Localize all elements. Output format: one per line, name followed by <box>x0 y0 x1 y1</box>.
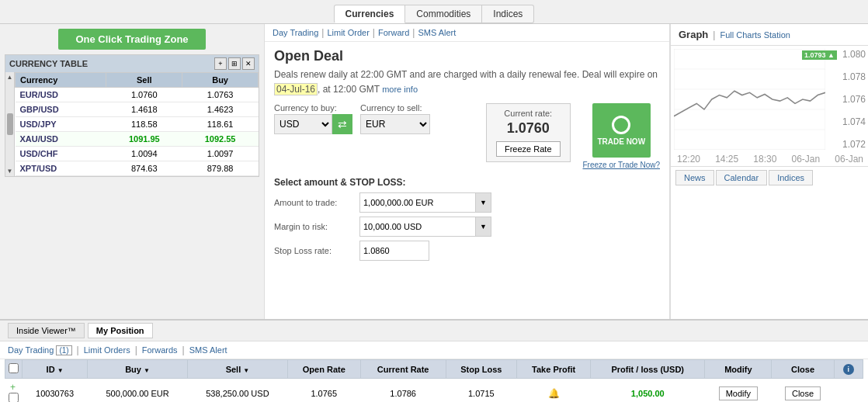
amount-label: Amount to trade: <box>274 198 359 207</box>
open-deal-panel: Day Trading | Limit Order | Forward | SM… <box>264 24 670 319</box>
col-sell: Sell ▼ <box>187 360 287 379</box>
table-icon-close[interactable]: ✕ <box>242 57 255 70</box>
row-checkbox[interactable] <box>9 393 19 402</box>
margin-input[interactable] <box>359 217 476 237</box>
y-label-3: 1.076 <box>842 94 866 105</box>
tab-inside-viewer[interactable]: Inside Viewer™ <box>8 323 85 338</box>
table-row[interactable]: XPT/USD 874.63 879.88 <box>16 161 259 176</box>
scroll-up-arrow[interactable]: ▲ <box>7 74 13 81</box>
full-charts-link[interactable]: Full Charts Station <box>720 30 790 40</box>
deal-info: Deals renew daily at 22:00 GMT and are c… <box>274 68 660 97</box>
day-trading-pos-link[interactable]: Day Trading (1) <box>8 345 72 355</box>
bottom-section: Inside Viewer™ My Position Day Trading (… <box>0 319 868 402</box>
x-label-4: 06-Jan <box>791 154 820 165</box>
sell-value: 1.4618 <box>106 102 182 117</box>
sell-value: 118.58 <box>106 117 182 132</box>
scroll-down-arrow[interactable]: ▼ <box>7 168 13 175</box>
trade-now-button[interactable]: TRADE NOW <box>592 103 651 158</box>
close-button[interactable]: Close <box>785 386 821 400</box>
col-modify: Modify <box>705 360 772 379</box>
buy-value: 1.4623 <box>182 102 259 117</box>
y-label-4: 1.074 <box>842 116 866 127</box>
col-buy: Buy <box>182 73 259 88</box>
currency-name: XAU/USD <box>16 132 106 147</box>
sms-alert-link[interactable]: SMS Alert <box>418 28 456 37</box>
graph-title: Graph <box>679 29 708 40</box>
currency-table-title: CURRENCY TABLE <box>9 59 88 68</box>
buy-currency-label: Currency to buy: <box>274 103 352 113</box>
stop-loss-input[interactable] <box>359 241 429 261</box>
currency-name: USD/JPY <box>16 117 106 132</box>
price-tag: 1.0793 ▲ <box>802 50 837 60</box>
pos-sep3: | <box>182 345 185 355</box>
sell-currency-label: Currency to sell: <box>360 103 430 113</box>
col-currency: Currency <box>16 73 106 88</box>
col-id: ID ▼ <box>23 360 88 379</box>
limit-order-link[interactable]: Limit Order <box>327 28 369 37</box>
buy-value: 1.0097 <box>182 147 259 161</box>
table-icon-plus[interactable]: + <box>214 57 227 70</box>
select-all-checkbox[interactable] <box>9 363 19 373</box>
col-close: Close <box>772 360 834 379</box>
forward-link[interactable]: Forward <box>378 28 409 37</box>
x-label-3: 18:30 <box>753 154 776 165</box>
stop-loss-title: Select amount & STOP LOSS: <box>274 177 660 188</box>
sell-value: 1091.95 <box>106 132 182 147</box>
stop-loss-label: Stop Loss rate: <box>274 246 359 255</box>
swap-currencies-button[interactable]: ⇄ <box>332 114 352 134</box>
position-sell: 538,250.00 USD <box>187 379 287 403</box>
sell-currency-select[interactable]: EUR USD <box>360 114 430 134</box>
sep1: | <box>321 27 324 38</box>
tab-indices[interactable]: Indices <box>769 170 813 185</box>
limit-orders-link[interactable]: Limit Orders <box>84 345 130 355</box>
margin-label: Margin to risk: <box>274 222 359 231</box>
col-profit-loss: Profit / loss (USD) <box>591 360 705 379</box>
position-current-rate: 1.0786 <box>360 379 446 403</box>
col-info: i <box>834 360 863 379</box>
tab-calendar[interactable]: Calendar <box>716 170 768 185</box>
tab-currencies[interactable]: Currencies <box>334 5 406 23</box>
buy-currency-select[interactable]: USD EUR <box>274 114 332 134</box>
currency-name: XPT/USD <box>16 161 106 176</box>
buy-value: 1092.55 <box>182 132 259 147</box>
amount-input[interactable] <box>359 192 476 213</box>
price-chart <box>674 49 825 150</box>
tab-commodities[interactable]: Commodities <box>405 5 482 23</box>
sep3: | <box>412 27 415 38</box>
tab-indices[interactable]: Indices <box>482 5 534 23</box>
margin-dropdown-button[interactable]: ▼ <box>476 217 491 237</box>
one-click-trading-button[interactable]: One Click Trading Zone <box>58 29 206 50</box>
table-row[interactable]: USD/JPY 118.58 118.61 <box>16 117 259 132</box>
freeze-rate-button[interactable]: Freeze Rate <box>496 141 561 157</box>
table-row[interactable]: USD/CHF 1.0094 1.0097 <box>16 147 259 161</box>
graph-separator: | <box>713 29 715 40</box>
tab-news[interactable]: News <box>675 170 714 185</box>
buy-value: 879.88 <box>182 161 259 176</box>
col-buy: Buy ▼ <box>88 360 188 379</box>
bell-icon: 🔔 <box>548 388 560 399</box>
x-label-2: 14:25 <box>715 154 738 165</box>
currency-table-panel: One Click Trading Zone CURRENCY TABLE + … <box>0 24 264 319</box>
trade-now-label: TRADE NOW <box>597 137 645 146</box>
modify-button[interactable]: Modify <box>719 386 758 400</box>
forwards-link[interactable]: Forwards <box>142 345 178 355</box>
more-info-link[interactable]: more info <box>382 85 418 94</box>
tab-my-position[interactable]: My Position <box>88 323 153 338</box>
open-deal-title: Open Deal <box>274 48 660 64</box>
sell-value: 1.0094 <box>106 147 182 161</box>
table-row[interactable]: EUR/USD 1.0760 1.0763 <box>16 88 259 102</box>
sms-alert-pos-link[interactable]: SMS Alert <box>189 345 227 355</box>
col-open-rate: Open Rate <box>287 360 360 379</box>
position-profit-loss: 1,050.00 <box>591 379 705 403</box>
amount-dropdown-button[interactable]: ▼ <box>476 192 491 213</box>
expand-icon[interactable]: + <box>10 382 16 393</box>
day-trading-link[interactable]: Day Trading <box>273 28 318 37</box>
position-id: 10030763 <box>23 379 88 403</box>
col-stop-loss: Stop Loss <box>446 360 516 379</box>
freeze-trade-link[interactable]: Freeze or Trade Now? <box>583 161 661 169</box>
table-row[interactable]: XAU/USD 1091.95 1092.55 <box>16 132 259 147</box>
col-checkbox <box>5 360 23 379</box>
table-icon-grid[interactable]: ⊞ <box>228 57 241 70</box>
table-row[interactable]: GBP/USD 1.4618 1.4623 <box>16 102 259 117</box>
buy-value: 1.0763 <box>182 88 259 102</box>
